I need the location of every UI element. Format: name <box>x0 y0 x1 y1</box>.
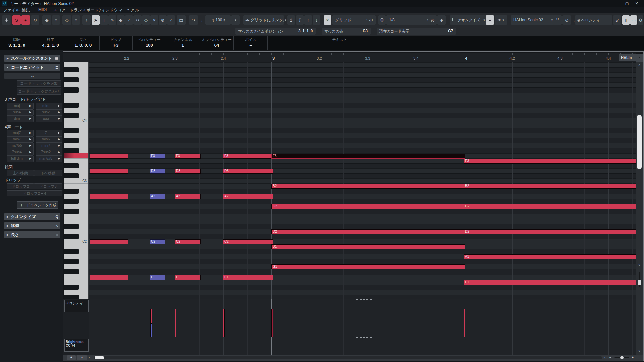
horizontal-scroll-thumb[interactable] <box>95 356 104 359</box>
iterative-quantize-button[interactable]: % <box>428 15 437 25</box>
quantize-panel-button[interactable]: e <box>437 15 446 25</box>
play-icon[interactable]: ▶ <box>56 103 62 109</box>
tetrad-min7-button[interactable]: min7▶ <box>7 136 34 143</box>
triad-min.-button[interactable]: min.▶ <box>36 103 62 109</box>
midi-note-A2[interactable] <box>90 194 128 199</box>
tetrad-m7/b5-button[interactable]: m7/b5▶ <box>7 143 34 149</box>
transpose-section[interactable]: ▶ 移調 ∿ <box>4 222 60 229</box>
insert-velocity-dropdown[interactable]: ▼ <box>231 15 240 25</box>
lane-resize-handle[interactable] <box>356 299 372 300</box>
tool-zoom-button[interactable]: ⊕ <box>159 15 167 25</box>
hide-controller-lane-chevron[interactable]: ∨ <box>636 349 643 353</box>
cc-lane-label[interactable]: Brightness CC 74 <box>64 339 89 352</box>
highlighted-key-F3[interactable] <box>64 153 88 158</box>
black-key-F#4[interactable] <box>64 87 79 93</box>
inversion-down-button[interactable]: 下へ移動 <box>34 170 62 176</box>
black-key-G#2[interactable] <box>64 199 79 204</box>
transpose-visibility-dropdown[interactable]: ▼ <box>72 15 80 25</box>
tool-play-button[interactable]: ∕ <box>125 15 133 25</box>
color-menu-button[interactable]: ▤ <box>177 15 186 25</box>
midi-note-F1[interactable] <box>90 275 128 280</box>
black-key-A#3[interactable] <box>64 128 79 133</box>
midi-note-D3[interactable]: D3 <box>175 169 201 174</box>
play-icon[interactable]: ▶ <box>56 110 62 115</box>
velocity-stem-blue[interactable] <box>150 324 152 337</box>
velocity-lane-label[interactable]: ベロシティー <box>64 300 89 312</box>
triad-sus2-button[interactable]: sus2▶ <box>36 109 62 116</box>
info-field-0[interactable]: 開始3. 1. 1. 0 <box>0 36 34 50</box>
midi-note-A2[interactable]: A2 <box>175 194 201 199</box>
zoom-in-button[interactable]: + <box>632 355 634 361</box>
velocity-stem-red[interactable] <box>464 309 465 337</box>
velocity-stem-red[interactable] <box>175 309 176 337</box>
show-part-borders-button[interactable]: ⠿ <box>553 15 562 25</box>
tetrad-maj7-button[interactable]: maj7▶ <box>7 130 34 136</box>
midi-note-C2[interactable]: C2 <box>175 239 201 244</box>
play-icon[interactable]: ▶ <box>56 137 62 142</box>
cycle-button[interactable]: ↻ <box>31 15 39 25</box>
pin-icon[interactable]: ✚ <box>2 15 11 25</box>
inversion-up-button[interactable]: 上へ移動 <box>7 170 34 176</box>
midi-note-D3[interactable]: D3 <box>150 169 165 174</box>
midi-note-E3[interactable]: E3 <box>464 159 636 164</box>
link-grid-more[interactable]: ⋮ <box>282 17 284 23</box>
quantize-icon-button[interactable]: Q <box>378 15 386 25</box>
black-key-C#2[interactable] <box>64 234 79 239</box>
velocity-stem-selected[interactable] <box>271 309 273 337</box>
nudge-button-0[interactable]: ↥ <box>287 15 295 25</box>
cc-lane[interactable] <box>89 338 636 355</box>
link-to-grid-dropdown[interactable]: ◀▶ グリッドにリンク ▼ <box>243 15 284 25</box>
add-chord-track-button[interactable]: コードトラックを追加 <box>17 80 61 87</box>
grid-relative-button[interactable]: -|+ <box>367 15 376 25</box>
layout-left-zone-button[interactable]: ▯ <box>622 15 630 25</box>
play-icon[interactable]: ▶ <box>56 143 62 149</box>
tetrad-minj7-button[interactable]: minj7▶ <box>36 143 62 149</box>
black-key-G#1[interactable] <box>64 259 79 264</box>
close-button[interactable]: ✕ <box>629 0 644 7</box>
tool-mute-button[interactable]: ✕ <box>150 15 158 25</box>
play-icon[interactable]: ▶ <box>27 149 33 155</box>
midi-input-dropdown[interactable]: ≋ ▼ <box>495 15 507 25</box>
midi-note-C2[interactable]: C2 <box>150 239 165 244</box>
info-field-7[interactable]: ボイス– <box>234 36 268 50</box>
info-field-8[interactable]: テキスト <box>268 36 412 50</box>
lane-resize-handle[interactable] <box>356 337 372 338</box>
snap-button[interactable]: ✕ <box>324 15 331 25</box>
scroll-up-arrow[interactable]: ∧ <box>636 63 643 66</box>
midi-note-C2[interactable]: C2 <box>223 239 273 244</box>
vertical-scroll-thumb[interactable] <box>637 115 642 169</box>
play-icon[interactable]: ▶ <box>27 116 33 122</box>
info-field-4[interactable]: ベロシティー100 <box>133 36 166 50</box>
midi-note-F1[interactable]: F1 <box>175 275 201 280</box>
add-lane-button[interactable]: + <box>67 355 76 360</box>
transpose-visibility-button[interactable]: ◇ <box>62 15 71 25</box>
track-name-dropdown[interactable]: ▼ <box>636 54 643 62</box>
minimize-button[interactable]: – <box>597 0 612 7</box>
nudge-button-2[interactable]: ↑ <box>304 15 312 25</box>
scroll-left-arrow[interactable]: ‹ <box>89 355 90 361</box>
black-key-D#4[interactable] <box>64 103 79 108</box>
black-key-F#3[interactable] <box>64 148 79 153</box>
tetrad-min6-button[interactable]: min6▶ <box>36 136 62 143</box>
play-icon[interactable]: ▶ <box>27 130 33 136</box>
vertical-zoom-thumb[interactable] <box>638 280 641 285</box>
record-button[interactable]: ● <box>21 15 30 25</box>
triad-dim-button[interactable]: dim▶ <box>7 116 34 122</box>
midi-note-D3[interactable]: D3 <box>223 169 273 174</box>
tetrad-7sus4-button[interactable]: 7sus4▶ <box>7 149 34 156</box>
midi-note-F1[interactable]: F1 <box>150 275 165 280</box>
tool-split-button[interactable]: ✂ <box>133 15 142 25</box>
black-key-C#1[interactable] <box>64 295 79 299</box>
tetrad-maj7/#5-button[interactable]: maj7/#5▶ <box>36 156 62 162</box>
quantize-section[interactable]: ▶ クオンタイズ Q <box>4 213 60 220</box>
scroll-down-arrow[interactable]: ∨ <box>636 263 643 267</box>
menu-item-3[interactable]: スコア <box>53 7 66 13</box>
midi-note-F3[interactable]: F3 <box>150 154 165 159</box>
midi-note-F3[interactable]: F3 <box>223 154 273 159</box>
tool-draw-button[interactable]: ✎ <box>108 15 116 25</box>
drop-button-1[interactable]: ドロップ3 <box>34 183 62 189</box>
black-key-A#2[interactable] <box>64 189 79 194</box>
info-field-3[interactable]: ピッチF3 <box>100 36 133 50</box>
layout-bottom-zone-button[interactable]: ▭ <box>630 15 637 25</box>
event-colors-dropdown[interactable]: ◉ ベロシティー <box>575 15 612 25</box>
